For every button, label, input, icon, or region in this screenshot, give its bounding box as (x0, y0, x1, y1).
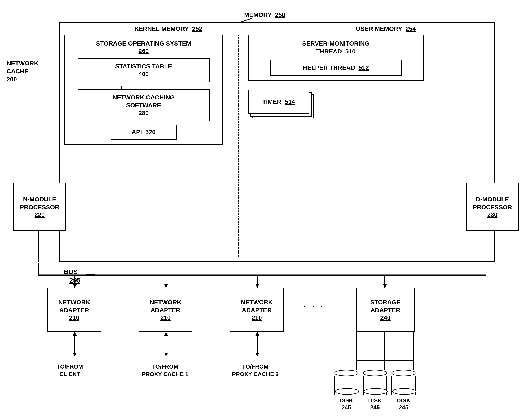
storage-os-box: STORAGE OPERATING SYSTEM 260 STATISTICS … (64, 35, 223, 145)
bus-label: BUS →295 (64, 267, 86, 284)
memory-box: KERNEL MEMORY 252 USER MEMORY 254 STORAG… (59, 22, 495, 262)
n-module-proc-num: 220 (34, 211, 45, 218)
helper-thread-box: HELPER THREAD 512 (270, 60, 402, 76)
memory-content: STORAGE OPERATING SYSTEM 260 STATISTICS … (60, 32, 494, 261)
statistics-table-title: STATISTICS TABLE (115, 63, 172, 70)
disk-2-top (363, 370, 387, 376)
svg-marker-24 (383, 284, 387, 288)
api-box: API 520 (111, 125, 177, 140)
network-adapter-2-box: NETWORKADAPTER 210 (139, 288, 193, 332)
na3-num: 210 (252, 314, 262, 321)
svg-marker-14 (164, 353, 168, 356)
timer-stack: TIMER 514 (248, 90, 318, 125)
disk-3-top (391, 370, 416, 376)
storage-adapter-box: STORAGEADAPTER 240 (356, 288, 415, 332)
disk-3-body (391, 376, 416, 396)
storage-os-num: 260 (139, 48, 149, 55)
network-caching-title: NETWORK CACHINGSOFTWARE (113, 94, 175, 110)
na3-title: NETWORKADAPTER (241, 298, 273, 314)
server-monitoring-box: SERVER-MONITORINGTHREAD 510 HELPER THREA… (248, 35, 424, 81)
na2-title: NETWORKADAPTER (150, 298, 181, 314)
dots-label: · · · (304, 302, 325, 311)
svg-marker-19 (255, 353, 259, 356)
user-memory-num: 254 (406, 25, 416, 32)
svg-marker-20 (255, 332, 259, 336)
storage-adapter-num: 240 (380, 314, 391, 321)
network-cache-label: NETWORKCACHE200 (7, 59, 39, 83)
to-from-client: TO/FROMCLIENT (57, 363, 83, 378)
network-caching-box: NETWORK CACHINGSOFTWARE 280 (78, 89, 210, 121)
timer-box: TIMER 514 (248, 90, 309, 114)
disk-1: DISK245 (334, 370, 358, 411)
dashed-divider (238, 35, 239, 257)
kernel-memory-content: STORAGE OPERATING SYSTEM 260 STATISTICS … (64, 35, 232, 257)
d-module-processor-box: D-MODULEPROCESSOR 230 (466, 183, 519, 231)
disk-2-bottom (364, 388, 388, 395)
user-memory-content: SERVER-MONITORINGTHREAD 510 HELPER THREA… (246, 35, 490, 257)
diagram-container: MEMORY MEMORY 250250 KERNEL MEMORY 252 U… (0, 0, 532, 417)
network-adapter-3-box: NETWORKADAPTER 210 (230, 288, 284, 332)
network-caching-num: 280 (139, 110, 149, 117)
kernel-memory-header: KERNEL MEMORY 252 (64, 25, 272, 32)
network-adapter-1-box: NETWORKADAPTER 210 (47, 288, 101, 332)
storage-os-title: STORAGE OPERATING SYSTEM (96, 40, 191, 48)
disk-2-body (363, 376, 387, 396)
disk-2-label: DISK245 (368, 397, 382, 411)
kernel-memory-num: 252 (192, 25, 202, 32)
disk-1-cylinder (334, 370, 358, 396)
disk-3: DISK245 (391, 370, 416, 411)
svg-marker-10 (73, 332, 77, 336)
svg-marker-12 (164, 284, 168, 288)
svg-marker-15 (164, 332, 168, 336)
disk-2-cylinder (363, 370, 387, 396)
memory-label: MEMORY MEMORY 250250 (244, 11, 285, 19)
statistics-table-num: 400 (139, 71, 149, 78)
d-module-proc-num: 230 (487, 211, 498, 218)
disk-1-top (334, 370, 358, 376)
timer-title: TIMER 514 (262, 98, 295, 106)
na1-title: NETWORKADAPTER (58, 298, 90, 314)
n-module-processor-box: N-MODULEPROCESSOR 220 (13, 183, 66, 231)
disk-1-label: DISK245 (339, 397, 353, 411)
n-module-proc-title: N-MODULEPROCESSOR (20, 195, 59, 211)
storage-adapter-title: STORAGEADAPTER (370, 298, 401, 314)
svg-marker-17 (255, 284, 259, 288)
disk-3-bottom (392, 388, 416, 395)
user-memory-header: USER MEMORY 254 (273, 25, 490, 32)
d-module-proc-title: D-MODULEPROCESSOR (473, 195, 512, 211)
disk-3-cylinder (391, 370, 416, 396)
statistics-table-box: STATISTICS TABLE 400 (78, 58, 210, 82)
disk-2: DISK245 (363, 370, 387, 411)
na2-num: 210 (160, 314, 171, 321)
to-from-proxy1: TO/FROMPROXY CACHE 1 (142, 363, 188, 378)
to-from-proxy2: TO/FROMPROXY CACHE 2 (232, 363, 279, 378)
disk-3-label: DISK245 (397, 397, 410, 411)
disk-1-bottom (335, 388, 359, 395)
helper-thread-title: HELPER THREAD 512 (303, 64, 369, 72)
memory-headers: KERNEL MEMORY 252 USER MEMORY 254 (60, 23, 494, 32)
disk-1-body (334, 376, 358, 396)
svg-marker-9 (73, 353, 77, 356)
na1-num: 210 (69, 314, 79, 321)
server-monitoring-title: SERVER-MONITORINGTHREAD 510 (302, 40, 369, 56)
api-title: API 520 (132, 128, 156, 136)
